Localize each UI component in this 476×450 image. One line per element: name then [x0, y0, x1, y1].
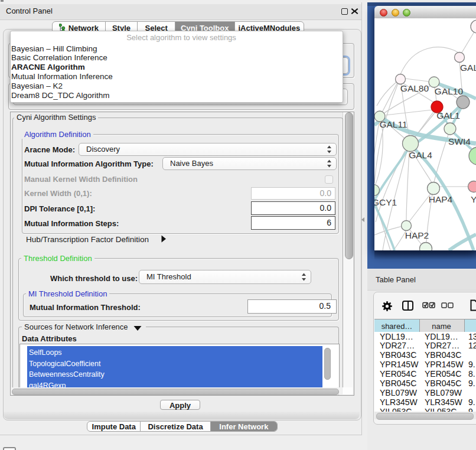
svg-text:HAP4: HAP4	[429, 194, 453, 204]
svg-text:GAL7: GAL7	[460, 63, 476, 73]
svg-text:YB: YB	[471, 194, 476, 204]
svg-text:GAL10: GAL10	[435, 86, 464, 96]
svg-text:GCY1: GCY1	[374, 197, 397, 207]
svg-text:GAL11: GAL11	[379, 119, 407, 129]
svg-text:HAP2: HAP2	[405, 230, 429, 240]
svg-text:GAL4: GAL4	[409, 150, 432, 160]
svg-text:GAL80: GAL80	[400, 83, 429, 93]
svg-text:GAL1: GAL1	[436, 110, 460, 120]
svg-text:SWI4: SWI4	[448, 136, 471, 146]
